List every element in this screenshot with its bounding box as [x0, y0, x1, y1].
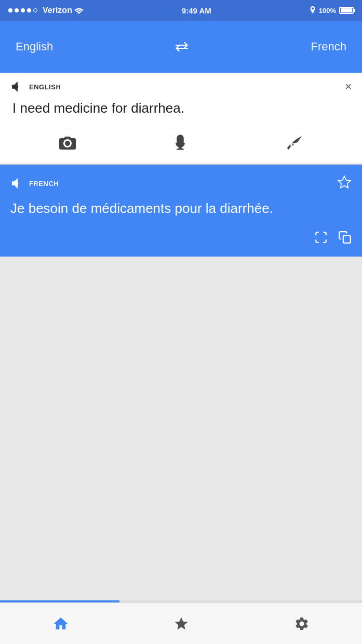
svg-rect-0 — [343, 236, 351, 243]
favorite-button[interactable] — [337, 175, 352, 192]
input-header-left: ENGLISH — [10, 81, 61, 92]
nav-favorites-button[interactable] — [173, 616, 189, 632]
input-speaker-button[interactable] — [10, 81, 24, 92]
main-content — [0, 257, 362, 600]
input-section: ENGLISH × I need medicine for diarrhea. — [0, 73, 362, 164]
nav-home-button[interactable] — [52, 615, 69, 632]
input-actions — [10, 128, 352, 155]
translation-section: FRENCH Je besoin de médicaments pour la … — [0, 165, 362, 256]
input-text[interactable]: I need medicine for diarrhea. — [10, 99, 352, 117]
translated-text: Je besoin de médicaments pour la diarrhé… — [10, 199, 352, 218]
target-language-button[interactable]: French — [311, 40, 346, 53]
battery-percent: 100% — [319, 7, 336, 15]
nav-settings-button[interactable] — [294, 616, 310, 632]
dot-4 — [27, 8, 31, 12]
copy-button[interactable] — [338, 231, 352, 244]
handwrite-button[interactable] — [285, 135, 303, 151]
dot-3 — [21, 8, 25, 12]
status-time: 9:49 AM — [182, 6, 211, 15]
dot-2 — [15, 8, 19, 12]
swap-languages-button[interactable] — [173, 41, 190, 53]
status-right: 100% — [310, 6, 354, 15]
language-header: English French — [0, 21, 362, 73]
dot-5 — [33, 8, 37, 12]
signal-dots — [8, 8, 37, 12]
bottom-navigation — [0, 602, 362, 644]
battery-fill — [341, 8, 352, 12]
input-header: ENGLISH × — [10, 81, 352, 92]
microphone-button[interactable] — [173, 133, 187, 152]
wifi-icon — [74, 6, 84, 15]
camera-button[interactable] — [59, 135, 76, 151]
input-lang-label: ENGLISH — [29, 83, 61, 91]
clear-input-button[interactable]: × — [345, 81, 352, 92]
translation-speaker-button[interactable] — [10, 178, 24, 189]
status-bar: Verizon 9:49 AM 100% — [0, 0, 362, 21]
battery-indicator — [339, 7, 354, 14]
location-icon — [310, 6, 316, 15]
dot-1 — [8, 8, 12, 12]
carrier-label: Verizon — [43, 6, 72, 15]
translation-lang-label: FRENCH — [29, 180, 59, 187]
fullscreen-button[interactable] — [314, 231, 328, 244]
status-left: Verizon — [8, 6, 84, 15]
source-language-button[interactable]: English — [16, 40, 53, 53]
translation-header: FRENCH — [10, 175, 352, 192]
trans-header-left: FRENCH — [10, 178, 59, 189]
translation-actions — [10, 231, 352, 244]
